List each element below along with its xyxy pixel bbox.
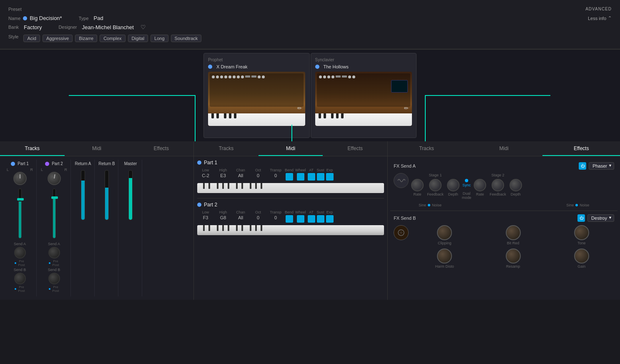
btn-wheel-1[interactable]	[297, 173, 304, 181]
tab-right-effects[interactable]: Effects	[542, 141, 620, 156]
phaser-depth-knob-group: Depth	[447, 179, 459, 196]
tag-acid[interactable]: Acid	[23, 35, 40, 42]
left-panel-tabs: Tracks Midi Effects	[0, 141, 193, 156]
midi-part2: Part 2 Low F3 High G8 Chan Al	[197, 202, 384, 235]
phaser-rate2-knob[interactable]	[474, 179, 486, 191]
fx-send-b-dropdown[interactable]: Destroy ▼	[587, 214, 614, 222]
part2-fader[interactable]	[53, 188, 56, 238]
part2-pan-knob[interactable]	[48, 172, 61, 185]
part2-send-a-knob[interactable]	[48, 247, 60, 259]
phaser-feedback-knob-group: Feedback	[427, 179, 444, 196]
master-fader[interactable]	[128, 170, 133, 220]
return-b-fader[interactable]	[105, 170, 109, 220]
phaser-depth2-knob-group: Depth	[510, 179, 522, 196]
return-a-label: Return A	[75, 161, 91, 166]
part1-pan-knob[interactable]	[13, 172, 27, 185]
phaser-feedback2-label: Feedback	[489, 192, 506, 196]
phaser-feedback2-knob-group: Feedback	[489, 179, 506, 196]
btn-sust-1[interactable]	[317, 173, 324, 181]
tab-left-tracks[interactable]: Tracks	[0, 141, 65, 156]
tab-left-effects[interactable]: Effects	[129, 141, 193, 156]
preset-type: Pad	[94, 15, 103, 21]
keyboard-part1[interactable]	[197, 183, 384, 193]
phaser-depth2-label: Depth	[511, 192, 521, 196]
phaser-depth2-knob[interactable]	[510, 179, 522, 191]
tab-right-midi[interactable]: Midi	[465, 141, 543, 156]
harmdisto-knob-group: Harm Disto	[412, 249, 477, 269]
phaser-sync-knob: Sync	[462, 179, 471, 187]
btn-bend-2[interactable]	[286, 215, 293, 223]
tab-left-midi[interactable]: Midi	[65, 141, 129, 156]
prophet-card[interactable]: Prophet X Dream Freak	[203, 53, 310, 138]
harmdisto-knob[interactable]	[437, 249, 452, 264]
return-a-fader[interactable]	[81, 170, 85, 220]
destroy-knobs-grid: Clipping Bit Red Tone	[412, 225, 614, 269]
btn-at-2[interactable]	[308, 215, 315, 223]
fx-send-a-power[interactable]: ⏻	[579, 162, 586, 170]
synclavier-card[interactable]: Synclavier The Hollows	[311, 53, 417, 138]
phaser-depth-knob[interactable]	[447, 179, 459, 191]
btn-exp-2[interactable]	[326, 215, 334, 223]
tab-right-tracks[interactable]: Tracks	[388, 141, 465, 156]
part1-send-b-knob[interactable]	[14, 273, 26, 284]
part1-fader[interactable]	[18, 188, 22, 238]
prophet-dot	[208, 65, 212, 69]
btn-bend-1[interactable]	[286, 173, 293, 181]
phaser-rate-knob[interactable]	[411, 179, 424, 191]
phaser-sync-section: Sync Dual mode	[462, 173, 472, 200]
phaser-feedback-knob[interactable]	[429, 179, 442, 191]
gain-knob[interactable]	[574, 249, 589, 264]
bank-label: Bank	[8, 25, 19, 30]
fx-send-b-power[interactable]: ⏻	[577, 214, 585, 222]
param2-low: Low F3	[197, 210, 214, 223]
param2-oct: Oct 0	[250, 210, 266, 223]
btn-sust-2[interactable]	[317, 215, 324, 223]
sine-noise-stage1: Sine Noise	[419, 203, 442, 207]
phaser-rate2-label: Rate	[476, 192, 484, 196]
tab-center-midi[interactable]: Midi	[259, 141, 323, 156]
bitred-knob-group: Bit Red	[480, 225, 545, 245]
center-panel-tabs: Tracks Midi Effects	[194, 141, 387, 156]
midi-separator	[197, 198, 384, 198]
left-space	[0, 50, 200, 141]
prophet-preset: X Dream Freak	[208, 64, 305, 69]
chevron-up-icon: ⌃	[608, 15, 612, 21]
tag-digital[interactable]: Digital	[128, 35, 148, 42]
tag-aggressive[interactable]: Aggressive	[43, 35, 73, 42]
clipping-label: Clipping	[438, 241, 452, 245]
tone-knob[interactable]	[574, 225, 589, 240]
phaser-sine-noise: Sine Noise Sine Noise	[394, 201, 614, 207]
tag-long[interactable]: Long	[151, 35, 168, 42]
tag-soundtrack[interactable]: Soundtrack	[171, 35, 202, 42]
tag-complex[interactable]: Complex	[100, 35, 125, 42]
harmdisto-label: Harm Disto	[435, 264, 454, 269]
btn-exp-1[interactable]	[326, 173, 334, 181]
style-label: Style	[8, 33, 18, 39]
btn-wheel-2[interactable]	[297, 215, 304, 223]
param2-high: High G8	[215, 210, 231, 223]
tab-center-tracks[interactable]: Tracks	[194, 141, 259, 156]
left-panel: Tracks Midi Effects Part 1 LR	[0, 141, 194, 300]
bottom-panels: Tracks Midi Effects Part 1 LR	[0, 141, 620, 300]
fx-send-a-dropdown[interactable]: Phaser ▼	[589, 162, 614, 170]
midi-part1-label: Part 1	[197, 160, 384, 166]
resamp-knob[interactable]	[506, 249, 521, 264]
phaser-feedback2-knob[interactable]	[492, 179, 504, 191]
less-info-button[interactable]: Less info ⌃	[588, 15, 612, 21]
part1-send-a-knob[interactable]	[14, 247, 26, 259]
prophet-edit-icon[interactable]: ✏	[297, 105, 302, 111]
btn-at-1[interactable]	[308, 173, 315, 181]
tag-bizarre[interactable]: Bizarre	[75, 35, 97, 42]
synclavier-edit-icon[interactable]: ✏	[404, 105, 409, 111]
keyboard-part2[interactable]	[197, 225, 384, 235]
part2-label: Part 2	[45, 161, 63, 166]
clipping-knob[interactable]	[437, 225, 452, 240]
preset-dot	[23, 16, 27, 20]
advanced-button[interactable]: ADVANCED	[585, 7, 612, 11]
favorite-icon[interactable]: ♡	[141, 24, 146, 30]
tab-center-effects[interactable]: Effects	[323, 141, 387, 156]
bitred-knob[interactable]	[506, 225, 521, 240]
part2-send-b-knob[interactable]	[48, 273, 60, 284]
designer-label: Designer	[58, 25, 77, 30]
right-panel: Tracks Midi Effects FX Send A ⏻ Phaser ▼	[388, 141, 620, 300]
